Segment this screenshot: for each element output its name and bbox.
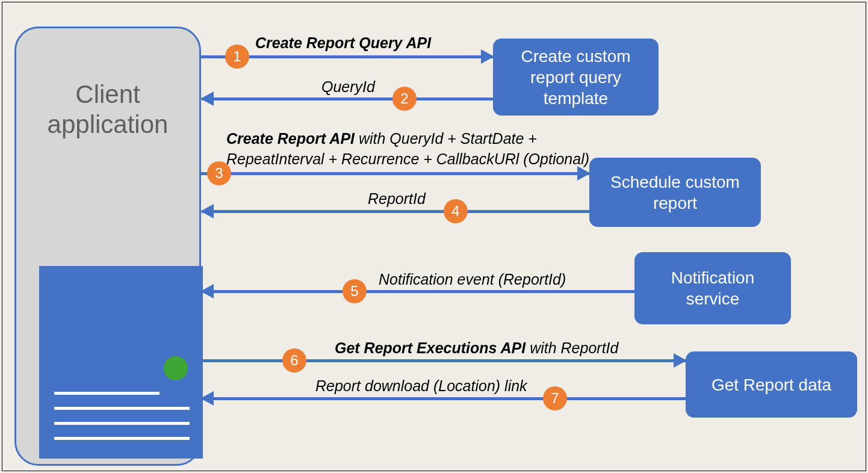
label-step-5: Notification event (ReportId) (379, 271, 566, 288)
arrow-step-2 (202, 97, 494, 100)
phone-line-icon (54, 392, 160, 395)
box-label: Notification service (646, 267, 779, 309)
badge-step-7: 7 (543, 386, 567, 410)
box-label: Schedule custom report (601, 172, 749, 214)
badge-step-5: 5 (343, 279, 367, 303)
arrow-step-3 (201, 172, 589, 175)
badge-step-4: 4 (444, 199, 468, 223)
label-text: Notification event (ReportId) (379, 271, 566, 288)
phone-line-icon (54, 437, 190, 440)
box-schedule-report: Schedule custom report (589, 158, 761, 227)
badge-step-2: 2 (392, 87, 417, 111)
phone-line-icon (54, 407, 190, 410)
label-text: QueryId (321, 78, 375, 95)
diagram-canvas: Client application Create custom report … (2, 2, 866, 471)
phone-line-icon (54, 422, 190, 425)
client-title-line1: Client (75, 80, 140, 108)
box-get-report-data: Get Report data (686, 351, 857, 418)
badge-step-1: 1 (225, 45, 249, 69)
box-create-query-template: Create custom report query template (493, 39, 659, 116)
label-step-3: Create Report API with QueryId + StartDa… (226, 129, 600, 170)
label-text: Create Report Query API (255, 34, 431, 51)
label-step-4: ReportId (368, 190, 426, 208)
box-label: Get Report data (711, 374, 831, 395)
box-notification-service: Notification service (634, 252, 791, 324)
client-application-box: Client application (14, 26, 201, 466)
client-phone-icon (39, 266, 203, 459)
arrow-step-6 (201, 359, 686, 362)
label-text-bold: Get Report Executions API (335, 339, 525, 356)
label-step-2: QueryId (321, 78, 375, 96)
label-text: Report download (Location) link (315, 377, 527, 394)
arrow-step-7 (202, 397, 686, 400)
label-step-6: Get Report Executions API with ReportId (335, 339, 618, 357)
client-title-line2: application (48, 110, 169, 138)
label-text-bold: Create Report API (226, 130, 355, 147)
label-text-italic: with ReportId (525, 339, 618, 356)
arrow-step-4 (202, 210, 590, 213)
label-step-7: Report download (Location) link (315, 377, 527, 395)
label-step-1: Create Report Query API (255, 34, 431, 52)
phone-dot-icon (164, 356, 188, 380)
box-label: Create custom report query template (505, 46, 646, 109)
badge-step-6: 6 (282, 348, 306, 373)
label-text: ReportId (368, 190, 426, 207)
client-title: Client application (16, 79, 199, 140)
arrow-step-5 (202, 290, 635, 293)
